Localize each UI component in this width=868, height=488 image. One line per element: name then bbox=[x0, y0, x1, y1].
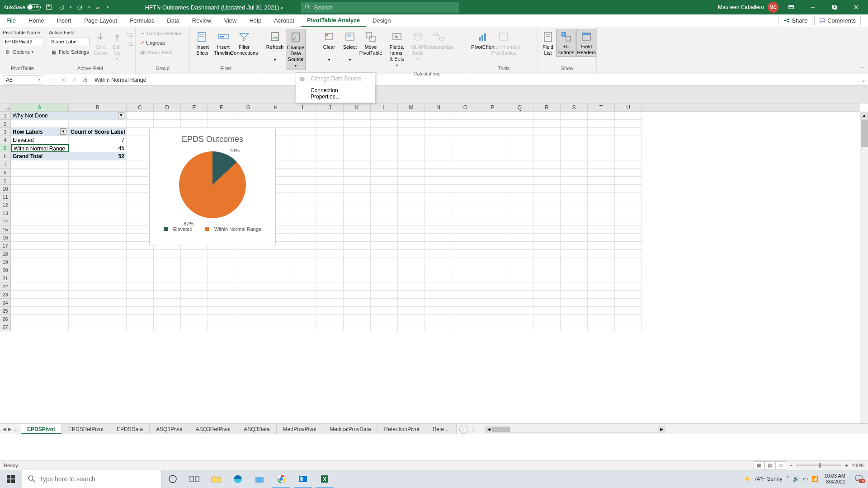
cell-E24[interactable] bbox=[181, 299, 208, 307]
cell-D22[interactable] bbox=[154, 282, 181, 291]
cell-N26[interactable] bbox=[425, 315, 452, 323]
expand-formula-icon[interactable]: ⌄ bbox=[859, 77, 868, 83]
cell-T2[interactable] bbox=[588, 120, 615, 128]
sheet-tab-rete-[interactable]: Rete ... bbox=[426, 424, 457, 434]
cell-A9[interactable] bbox=[11, 177, 69, 185]
cell-D25[interactable] bbox=[154, 307, 181, 315]
cell-F27[interactable] bbox=[208, 323, 235, 331]
cell-P16[interactable] bbox=[479, 234, 506, 242]
cell-B8[interactable] bbox=[69, 169, 127, 177]
cell-O4[interactable] bbox=[452, 136, 479, 144]
cell-O24[interactable] bbox=[452, 299, 479, 307]
insert-slicer-button[interactable]: Insert Slicer bbox=[193, 29, 212, 58]
cell-T10[interactable] bbox=[588, 185, 615, 193]
cell-U2[interactable] bbox=[615, 120, 642, 128]
cell-M22[interactable] bbox=[398, 282, 425, 291]
cell-P5[interactable] bbox=[479, 144, 506, 152]
row-header-16[interactable]: 16 bbox=[0, 234, 10, 242]
cell-K13[interactable] bbox=[344, 209, 371, 217]
cell-A11[interactable] bbox=[11, 193, 69, 201]
cell-K11[interactable] bbox=[344, 193, 371, 201]
options-button[interactable]: ⚙ Options ▾ bbox=[3, 48, 35, 56]
cell-M17[interactable] bbox=[398, 242, 425, 250]
cell-N16[interactable] bbox=[425, 234, 452, 242]
cell-B20[interactable] bbox=[69, 266, 127, 274]
cell-R22[interactable] bbox=[533, 282, 561, 291]
view-page-break-icon[interactable]: ▭ bbox=[775, 461, 786, 469]
cell-S11[interactable] bbox=[561, 193, 588, 201]
group-field-button[interactable]: ▦Group Field bbox=[138, 48, 174, 56]
cell-Q13[interactable] bbox=[506, 209, 533, 217]
cell-Q25[interactable] bbox=[506, 307, 533, 315]
cell-L22[interactable] bbox=[371, 282, 398, 291]
col-header-B[interactable]: B bbox=[69, 103, 127, 111]
row-header-17[interactable]: 17 bbox=[0, 242, 10, 250]
cell-S6[interactable] bbox=[561, 152, 588, 160]
cell-I13[interactable] bbox=[289, 209, 316, 217]
move-button[interactable]: Move PivotTable bbox=[361, 29, 381, 58]
row-header-20[interactable]: 20 bbox=[0, 266, 10, 274]
cell-L1[interactable] bbox=[371, 112, 398, 120]
cell-K15[interactable] bbox=[344, 225, 371, 234]
cell-N8[interactable] bbox=[425, 169, 452, 177]
zoom-slider[interactable] bbox=[796, 465, 841, 466]
cell-I20[interactable] bbox=[289, 266, 316, 274]
collapse-icon[interactable]: ⁻≡ bbox=[126, 41, 132, 47]
cell-O2[interactable] bbox=[452, 120, 479, 128]
row-header-26[interactable]: 26 bbox=[0, 315, 10, 323]
cell-P19[interactable] bbox=[479, 258, 506, 266]
cell-P10[interactable] bbox=[479, 185, 506, 193]
cell-H22[interactable] bbox=[262, 282, 289, 291]
relationships-button[interactable]: Relationships bbox=[429, 29, 448, 52]
cell-N2[interactable] bbox=[425, 120, 452, 128]
row-header-19[interactable]: 19 bbox=[0, 258, 10, 266]
cell-Q23[interactable] bbox=[506, 291, 533, 299]
cell-S27[interactable] bbox=[561, 323, 588, 331]
cell-A27[interactable] bbox=[11, 323, 69, 331]
cell-I18[interactable] bbox=[289, 250, 316, 258]
ribbon-display-icon[interactable] bbox=[782, 0, 800, 14]
cell-I27[interactable] bbox=[289, 323, 316, 331]
cell-G22[interactable] bbox=[235, 282, 262, 291]
cell-G27[interactable] bbox=[235, 323, 262, 331]
cell-N3[interactable] bbox=[425, 128, 452, 136]
cell-N5[interactable] bbox=[425, 144, 452, 152]
cell-Q1[interactable] bbox=[506, 112, 533, 120]
cell-Q9[interactable] bbox=[506, 177, 533, 185]
cell-R19[interactable] bbox=[533, 258, 561, 266]
row-header-14[interactable]: 14 bbox=[0, 217, 10, 225]
cell-S10[interactable] bbox=[561, 185, 588, 193]
cell-R17[interactable] bbox=[533, 242, 561, 250]
cell-F20[interactable] bbox=[208, 266, 235, 274]
cell-S17[interactable] bbox=[561, 242, 588, 250]
cell-U19[interactable] bbox=[615, 258, 642, 266]
cell-T23[interactable] bbox=[588, 291, 615, 299]
cell-J10[interactable] bbox=[316, 185, 344, 193]
cell-O16[interactable] bbox=[452, 234, 479, 242]
cell-Q20[interactable] bbox=[506, 266, 533, 274]
cancel-icon[interactable]: ✕ bbox=[58, 77, 69, 83]
sheet-tab-asq3data[interactable]: ASQ3Data bbox=[237, 424, 276, 434]
cell-J9[interactable] bbox=[316, 177, 344, 185]
cell-S24[interactable] bbox=[561, 299, 588, 307]
dd-change-data-source[interactable]: ▦ Change Data Source... bbox=[296, 73, 375, 84]
col-header-S[interactable]: S bbox=[561, 103, 588, 111]
cell-E20[interactable] bbox=[181, 266, 208, 274]
cell-K18[interactable] bbox=[344, 250, 371, 258]
cell-B23[interactable] bbox=[69, 291, 127, 299]
cell-Q4[interactable] bbox=[506, 136, 533, 144]
cell-O10[interactable] bbox=[452, 185, 479, 193]
sheet-nav-next[interactable]: ▶ bbox=[8, 427, 12, 432]
cell-K20[interactable] bbox=[344, 266, 371, 274]
cell-R26[interactable] bbox=[533, 315, 561, 323]
tray-volume-icon[interactable]: 🔊 bbox=[793, 476, 799, 482]
cell-A25[interactable] bbox=[11, 307, 69, 315]
chrome-icon[interactable] bbox=[270, 470, 292, 488]
cell-G18[interactable] bbox=[235, 250, 262, 258]
cell-Q22[interactable] bbox=[506, 282, 533, 291]
cell-O6[interactable] bbox=[452, 152, 479, 160]
col-header-L[interactable]: L bbox=[371, 103, 398, 111]
cell-S18[interactable] bbox=[561, 250, 588, 258]
drill-up-button[interactable]: Drill Up ▾ bbox=[109, 29, 125, 63]
cell-M6[interactable] bbox=[398, 152, 425, 160]
